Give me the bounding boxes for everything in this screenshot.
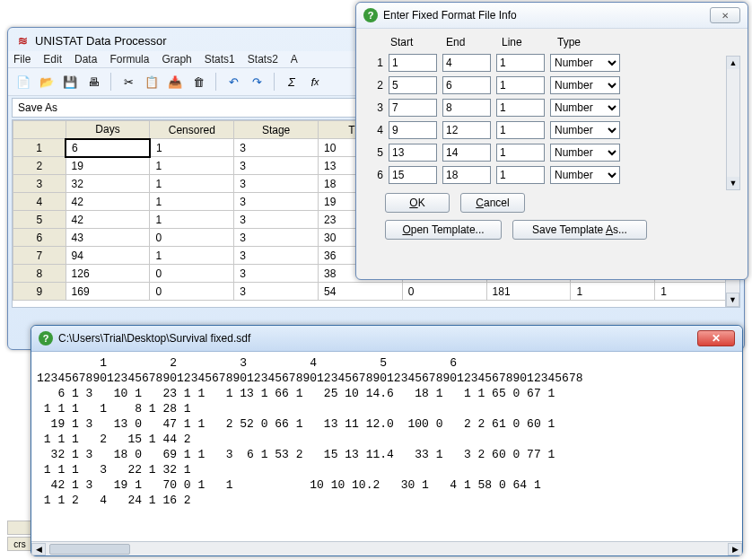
dialog-titlebar[interactable]: ? Enter Fixed Format File Info ✕ xyxy=(356,3,748,29)
grid-cell[interactable]: 94 xyxy=(66,247,150,265)
scroll-right-icon[interactable]: ▶ xyxy=(728,543,742,556)
menu-formula[interactable]: Formula xyxy=(109,53,149,66)
start-input[interactable] xyxy=(389,144,437,162)
grid-cell[interactable]: 3 xyxy=(234,229,319,247)
open-icon[interactable]: 📂 xyxy=(37,72,57,92)
scroll-down-icon[interactable]: ▼ xyxy=(727,177,739,189)
grid-cell[interactable]: 54 xyxy=(319,283,403,301)
row-header[interactable]: 7 xyxy=(13,247,66,265)
end-input[interactable] xyxy=(442,54,491,72)
grid-cell[interactable]: 3 xyxy=(234,211,319,229)
row-header[interactable]: 6 xyxy=(13,229,66,247)
start-input[interactable] xyxy=(389,166,437,184)
start-input[interactable] xyxy=(389,121,437,139)
grid-cell[interactable]: 1 xyxy=(571,283,655,301)
row-header[interactable]: 5 xyxy=(13,211,66,229)
scroll-up-icon[interactable]: ▲ xyxy=(727,57,739,69)
save-template-button[interactable]: Save Template As... xyxy=(512,220,647,240)
grid-cell[interactable]: 3 xyxy=(234,283,319,301)
row-header[interactable]: 4 xyxy=(13,193,66,211)
copy-icon[interactable]: 📋 xyxy=(142,72,162,92)
row-header[interactable]: 1 xyxy=(13,139,66,157)
redo-icon[interactable]: ↷ xyxy=(247,72,267,92)
sum-icon[interactable]: Σ xyxy=(282,72,302,92)
col-header-days[interactable]: Days xyxy=(66,121,150,139)
start-input[interactable] xyxy=(389,54,437,72)
grid-cell[interactable]: 42 xyxy=(66,193,150,211)
end-input[interactable] xyxy=(442,144,491,162)
grid-cell[interactable]: 1 xyxy=(150,157,234,175)
type-select[interactable]: Number xyxy=(550,166,620,184)
grid-cell[interactable]: 181 xyxy=(486,283,571,301)
line-input[interactable] xyxy=(496,54,545,72)
grid-cell[interactable]: 0 xyxy=(150,229,234,247)
type-select[interactable]: Number xyxy=(550,76,620,94)
save-icon[interactable]: 💾 xyxy=(60,72,80,92)
menu-stats2[interactable]: Stats2 xyxy=(248,53,278,66)
grid-cell[interactable]: 6 xyxy=(66,139,150,157)
grid-cell[interactable]: 3 xyxy=(234,139,319,157)
line-input[interactable] xyxy=(496,99,545,117)
dialog-close-button[interactable]: ✕ xyxy=(710,7,740,23)
row-header[interactable]: 2 xyxy=(13,157,66,175)
col-header-stage[interactable]: Stage xyxy=(234,121,319,139)
grid-cell[interactable]: 3 xyxy=(234,157,319,175)
grid-cell[interactable]: 1 xyxy=(150,139,234,157)
corner-cell[interactable] xyxy=(13,121,66,139)
grid-cell[interactable]: 169 xyxy=(66,283,150,301)
grid-cell[interactable]: 42 xyxy=(66,211,150,229)
grid-cell[interactable]: 32 xyxy=(66,175,150,193)
menu-graph[interactable]: Graph xyxy=(162,53,191,66)
text-window-titlebar[interactable]: ? C:\Users\Trial\Desktop\Survival fixed.… xyxy=(31,326,742,352)
cancel-button[interactable]: Cancel xyxy=(460,193,525,213)
stub-cell[interactable]: crs xyxy=(7,537,32,551)
grid-cell[interactable]: 1 xyxy=(150,193,234,211)
scroll-left-icon[interactable]: ◀ xyxy=(31,543,46,556)
scrollbar-thumb[interactable] xyxy=(49,544,130,555)
open-template-button[interactable]: Open Template... xyxy=(385,220,502,240)
grid-cell[interactable]: 1 xyxy=(150,175,234,193)
row-header[interactable]: 3 xyxy=(13,175,66,193)
grid-cell[interactable]: 3 xyxy=(234,247,319,265)
start-input[interactable] xyxy=(389,99,437,117)
grid-cell[interactable]: 0 xyxy=(402,283,486,301)
grid-cell[interactable]: 0 xyxy=(150,283,234,301)
delete-icon[interactable]: 🗑 xyxy=(188,72,208,92)
grid-cell[interactable]: 3 xyxy=(234,175,319,193)
text-window-close-button[interactable]: ✕ xyxy=(697,330,735,346)
grid-cell[interactable]: 1 xyxy=(150,211,234,229)
end-input[interactable] xyxy=(442,99,491,117)
menu-edit[interactable]: Edit xyxy=(43,53,62,66)
text-content[interactable]: 1 2 3 4 5 6 1234567890123456789012345678… xyxy=(31,352,742,541)
grid-cell[interactable]: 3 xyxy=(234,265,319,283)
fx-icon[interactable]: fx xyxy=(305,72,325,92)
menu-file[interactable]: File xyxy=(13,53,31,66)
dialog-vertical-scrollbar[interactable]: ▲ ▼ xyxy=(726,56,740,190)
menu-data[interactable]: Data xyxy=(74,53,97,66)
undo-icon[interactable]: ↶ xyxy=(223,72,243,92)
text-horizontal-scrollbar[interactable]: ◀ ▶ xyxy=(31,541,742,556)
end-input[interactable] xyxy=(442,166,491,184)
line-input[interactable] xyxy=(496,144,545,162)
grid-cell[interactable]: 19 xyxy=(66,157,150,175)
menu-stats1[interactable]: Stats1 xyxy=(205,53,235,66)
row-header[interactable]: 8 xyxy=(13,265,66,283)
type-select[interactable]: Number xyxy=(550,54,620,72)
grid-cell[interactable]: 1 xyxy=(150,247,234,265)
paste-icon[interactable]: 📥 xyxy=(165,72,185,92)
type-select[interactable]: Number xyxy=(550,99,620,117)
end-input[interactable] xyxy=(442,121,491,139)
line-input[interactable] xyxy=(496,76,545,94)
grid-cell[interactable]: 3 xyxy=(234,193,319,211)
print-icon[interactable]: 🖶 xyxy=(83,72,103,92)
grid-cell[interactable]: 0 xyxy=(150,265,234,283)
line-input[interactable] xyxy=(496,166,545,184)
start-input[interactable] xyxy=(389,76,437,94)
end-input[interactable] xyxy=(442,76,491,94)
grid-cell[interactable]: 126 xyxy=(66,265,150,283)
menu-truncated[interactable]: A xyxy=(291,53,298,66)
type-select[interactable]: Number xyxy=(550,144,620,162)
new-icon[interactable]: 📄 xyxy=(13,72,33,92)
stub-cell[interactable] xyxy=(7,521,32,535)
type-select[interactable]: Number xyxy=(550,121,620,139)
